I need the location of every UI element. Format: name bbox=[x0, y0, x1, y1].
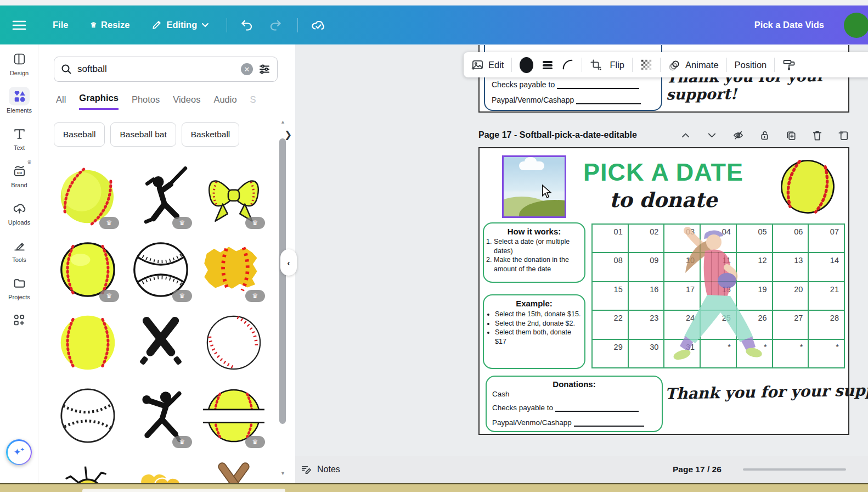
calendar-cell[interactable]: 23 bbox=[629, 311, 665, 339]
stroke-weight-icon[interactable] bbox=[541, 58, 554, 71]
calendar-cell[interactable]: 16 bbox=[629, 282, 665, 311]
graphic-result-thumbnail[interactable] bbox=[126, 308, 195, 377]
filters-icon[interactable] bbox=[258, 63, 270, 75]
calendar-cell[interactable]: 19 bbox=[737, 282, 773, 311]
sidebar-item[interactable]: Elements bbox=[0, 82, 38, 119]
calendar-cell[interactable]: 03 bbox=[664, 225, 701, 253]
calendar-cell[interactable]: 07 bbox=[809, 225, 845, 253]
image-placeholder-selected[interactable] bbox=[502, 155, 566, 218]
clear-search-button[interactable]: ✕ bbox=[241, 63, 253, 75]
search-input[interactable] bbox=[77, 64, 235, 75]
calendar-cell[interactable]: 14 bbox=[809, 253, 845, 282]
calendar-cell[interactable]: * bbox=[809, 340, 845, 368]
calendar-cell[interactable]: 02 bbox=[629, 225, 665, 253]
graphic-result-thumbnail[interactable]: ♛ bbox=[126, 161, 195, 231]
graphic-result-thumbnail[interactable] bbox=[53, 381, 122, 450]
lock-page-icon[interactable] bbox=[759, 130, 770, 141]
to-donate-subtitle[interactable]: to donate bbox=[589, 188, 737, 212]
calendar-cell[interactable]: 24 bbox=[664, 311, 701, 339]
chips-next-chevron-icon[interactable]: ❯ bbox=[284, 129, 292, 141]
delete-page-icon[interactable] bbox=[811, 130, 823, 141]
calendar-cell[interactable]: 30 bbox=[629, 340, 665, 368]
sidebar-item[interactable]: ♛ Brand bbox=[0, 156, 38, 194]
transparency-icon[interactable] bbox=[640, 59, 652, 71]
graphic-result-thumbnail[interactable]: ♛ bbox=[53, 161, 122, 231]
graphic-result-thumbnail[interactable]: ♛ bbox=[199, 161, 268, 231]
graphic-result-thumbnail[interactable]: ♛ bbox=[199, 234, 268, 304]
scroll-up-arrow-icon[interactable]: ▲ bbox=[280, 119, 285, 125]
graphic-result-thumbnail[interactable] bbox=[126, 454, 195, 483]
hide-page-icon[interactable] bbox=[732, 130, 744, 141]
editing-mode-dropdown[interactable]: Editing bbox=[151, 20, 209, 30]
sidebar-item[interactable]: Design bbox=[0, 44, 38, 82]
softball-clipart[interactable] bbox=[778, 157, 837, 216]
cloud-save-status[interactable] bbox=[311, 19, 325, 31]
main-menu-button[interactable] bbox=[12, 20, 26, 31]
filter-chip[interactable]: Baseball bat bbox=[110, 122, 176, 147]
graphic-result-thumbnail[interactable]: ♛ bbox=[199, 381, 268, 450]
page-17-canvas[interactable]: PICK A DATE to donate How it works: Sele… bbox=[478, 147, 849, 435]
how-it-works-box[interactable]: How it works: Select a date (or multiple… bbox=[483, 222, 585, 283]
panel-scrollbar[interactable] bbox=[279, 138, 286, 424]
graphic-result-thumbnail[interactable] bbox=[199, 454, 268, 483]
copy-style-icon[interactable] bbox=[782, 58, 796, 71]
scroll-down-arrow-icon[interactable]: ▼ bbox=[280, 471, 285, 476]
graphic-result-thumbnail[interactable] bbox=[199, 308, 268, 377]
calendar-cell[interactable]: 11 bbox=[701, 253, 737, 282]
edit-image-button[interactable]: Edit bbox=[471, 59, 504, 71]
resize-button[interactable]: ♕Resize bbox=[90, 20, 129, 30]
calendar-cell[interactable]: 05 bbox=[737, 225, 773, 253]
filter-chip[interactable]: Basketball bbox=[182, 122, 240, 147]
result-tab[interactable]: Photos bbox=[132, 94, 160, 110]
ai-assistant-button[interactable]: ✦✦ bbox=[6, 439, 32, 465]
calendar-cell[interactable]: 17 bbox=[664, 282, 701, 311]
notes-button[interactable]: Notes bbox=[301, 464, 340, 476]
sidebar-item[interactable]: Uploads bbox=[0, 194, 38, 231]
calendar-cell[interactable]: 09 bbox=[629, 253, 665, 282]
calendar-cell[interactable]: 26 bbox=[737, 311, 773, 339]
calendar-cell[interactable]: 21 bbox=[809, 282, 845, 311]
result-tab[interactable]: All bbox=[56, 94, 66, 110]
file-menu-button[interactable]: File bbox=[53, 20, 68, 30]
calendar-cell[interactable]: 27 bbox=[773, 311, 809, 339]
zoom-slider[interactable] bbox=[743, 468, 846, 471]
move-page-up-icon[interactable] bbox=[680, 130, 691, 141]
redo-button[interactable] bbox=[269, 19, 282, 31]
calendar-cell[interactable]: 29 bbox=[593, 340, 629, 368]
result-tab[interactable]: S bbox=[250, 94, 256, 110]
result-tab[interactable]: Videos bbox=[173, 94, 200, 110]
crop-icon[interactable] bbox=[590, 59, 602, 71]
duplicate-page-icon[interactable] bbox=[785, 130, 797, 141]
collapse-panel-button[interactable]: ‹ bbox=[280, 249, 297, 276]
sidebar-item[interactable]: Tools bbox=[0, 231, 38, 269]
calendar-cell[interactable]: 12 bbox=[737, 253, 773, 282]
avatar[interactable] bbox=[844, 13, 868, 38]
example-box[interactable]: Example: Select the 15th, donate $15.Sel… bbox=[483, 294, 585, 369]
position-button[interactable]: Position bbox=[735, 60, 767, 70]
calendar-cell[interactable]: 01 bbox=[593, 225, 629, 253]
calendar-cell[interactable]: 28 bbox=[809, 311, 845, 339]
calendar-cell[interactable]: 25 bbox=[701, 311, 737, 339]
flip-button[interactable]: Flip bbox=[610, 60, 624, 70]
calendar-cell[interactable]: * bbox=[773, 340, 809, 368]
calendar-cell[interactable]: 08 bbox=[593, 253, 629, 282]
calendar-cell[interactable]: 31 bbox=[664, 340, 701, 368]
sidebar-item[interactable]: Projects bbox=[0, 269, 38, 306]
calendar-grid[interactable]: 0102030405060708091011121314151617181920… bbox=[591, 223, 845, 368]
pick-a-date-title[interactable]: PICK A DATE bbox=[573, 158, 754, 187]
donations-box[interactable]: Donations: Cash Checks payable to Paypal… bbox=[486, 376, 663, 432]
document-title[interactable]: Pick a Date Vids bbox=[754, 20, 824, 30]
calendar-cell[interactable]: 18 bbox=[701, 282, 737, 311]
calendar-cell[interactable]: * bbox=[701, 340, 737, 368]
move-page-down-icon[interactable] bbox=[706, 130, 718, 141]
corner-rounding-icon[interactable] bbox=[562, 59, 574, 71]
calendar-cell[interactable]: 06 bbox=[773, 225, 809, 253]
calendar-cell[interactable]: * bbox=[737, 340, 773, 368]
color-swatch-button[interactable] bbox=[520, 57, 533, 73]
result-tab[interactable]: Graphics bbox=[79, 93, 119, 110]
calendar-cell[interactable]: 13 bbox=[773, 253, 809, 282]
graphic-result-thumbnail[interactable] bbox=[53, 308, 122, 377]
calendar-cell[interactable]: 20 bbox=[773, 282, 809, 311]
graphic-result-thumbnail[interactable]: ♛ bbox=[126, 381, 195, 450]
undo-button[interactable] bbox=[240, 19, 253, 31]
